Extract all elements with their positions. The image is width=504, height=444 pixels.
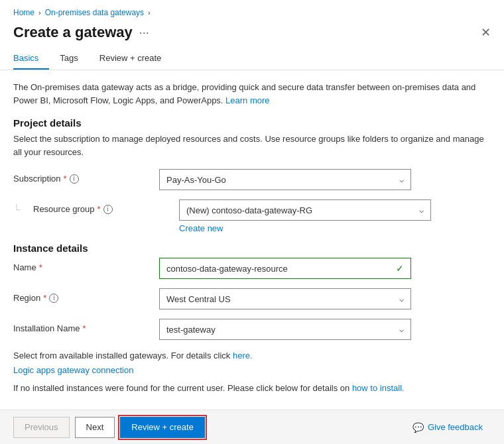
how-to-install-link[interactable]: how to install.: [352, 383, 405, 393]
name-required: *: [39, 262, 42, 272]
name-field: Name * contoso-data-gateway-resource ✓: [13, 258, 491, 279]
subscription-value: Pay-As-You-Go: [166, 175, 226, 185]
breadcrumb-home[interactable]: Home: [13, 8, 34, 17]
region-label: Region * i: [13, 288, 159, 303]
region-dropdown[interactable]: West Central US ⌵: [159, 288, 411, 309]
give-feedback-button[interactable]: 💬 Give feedback: [405, 418, 491, 437]
installation-name-field: Installation Name * test-gateway ⌵: [13, 319, 491, 340]
installation-name-value: test-gateway: [166, 325, 216, 335]
subscription-chevron-icon: ⌵: [399, 175, 404, 184]
tab-review-create[interactable]: Review + create: [89, 48, 172, 70]
breadcrumb-sep1: ›: [38, 9, 41, 17]
installation-name-required: *: [82, 323, 86, 333]
installation-name-dropdown[interactable]: test-gateway ⌵: [159, 319, 411, 340]
note-available-gateways: Select from available installed gateways…: [13, 349, 491, 362]
subscription-field: Subscription * i Pay-As-You-Go ⌵: [13, 169, 491, 190]
project-details-desc: Select the subscription to manage deploy…: [13, 133, 491, 158]
name-checkmark-icon: ✓: [396, 263, 404, 274]
page-title: Create a gateway: [13, 24, 133, 41]
resource-group-dropdown[interactable]: (New) contoso-data-gateway-RG ⌵: [179, 199, 431, 221]
subscription-info-icon[interactable]: i: [70, 174, 79, 184]
feedback-icon: 💬: [412, 422, 424, 433]
subscription-required: *: [64, 174, 67, 184]
region-chevron-icon: ⌵: [399, 294, 404, 304]
region-required: *: [43, 293, 46, 303]
tab-tags[interactable]: Tags: [49, 48, 88, 70]
resource-group-required: *: [97, 204, 101, 214]
resource-group-info-icon[interactable]: i: [103, 205, 113, 214]
review-create-button[interactable]: Review + create: [120, 417, 205, 438]
installation-name-chevron-icon: ⌵: [399, 325, 404, 334]
page-header: Create a gateway ··· ✕: [0, 21, 504, 48]
footer: Previous Next Review + create 💬 Give fee…: [0, 410, 504, 444]
region-info-icon[interactable]: i: [49, 294, 58, 303]
subscription-label: Subscription * i: [13, 169, 159, 184]
region-value: West Central US: [166, 294, 231, 304]
name-value: contoso-data-gateway-resource: [166, 264, 288, 274]
breadcrumb-parent[interactable]: On-premises data gateways: [45, 8, 144, 17]
name-label: Name *: [13, 258, 159, 272]
resource-group-label: Resource group * i: [33, 199, 179, 214]
intro-description: The On-premises data gateway acts as a b…: [13, 81, 491, 107]
region-field: Region * i West Central US ⌵: [13, 288, 491, 309]
next-button[interactable]: Next: [75, 417, 115, 438]
breadcrumb: Home › On-premises data gateways ›: [0, 0, 504, 21]
instance-details-title: Instance details: [13, 243, 491, 254]
tab-basics[interactable]: Basics: [13, 48, 49, 70]
previous-button[interactable]: Previous: [13, 417, 70, 438]
create-new-link[interactable]: Create new: [179, 223, 431, 233]
logic-apps-link1[interactable]: Logic apps gateway connection: [13, 365, 133, 375]
installation-name-label: Installation Name *: [13, 319, 159, 333]
here-link[interactable]: here.: [233, 351, 253, 361]
close-icon[interactable]: ✕: [481, 27, 491, 38]
learn-more-link[interactable]: Learn more: [225, 95, 269, 105]
logic-apps-link1-block: Logic apps gateway connection: [13, 365, 491, 375]
note-not-found: If no installed instances were found for…: [13, 382, 491, 395]
subscription-dropdown[interactable]: Pay-As-You-Go ⌵: [159, 169, 411, 190]
breadcrumb-sep2: ›: [148, 9, 151, 17]
resource-group-field: Resource group * i (New) contoso-data-ga…: [13, 199, 491, 233]
name-dropdown[interactable]: contoso-data-gateway-resource ✓: [159, 258, 411, 279]
project-details-title: Project details: [13, 117, 491, 129]
instance-details-section: Instance details Name * contoso-data-gat…: [13, 243, 491, 340]
resource-group-chevron-icon: ⌵: [419, 205, 424, 215]
more-icon[interactable]: ···: [139, 26, 149, 40]
tab-bar: Basics Tags Review + create: [0, 48, 504, 70]
footer-navigation: Previous Next Review + create: [13, 417, 205, 438]
give-feedback-label: Give feedback: [428, 422, 483, 432]
main-content: The On-premises data gateway acts as a b…: [0, 70, 504, 395]
indent-icon: [13, 199, 33, 215]
resource-group-value: (New) contoso-data-gateway-RG: [186, 205, 312, 215]
